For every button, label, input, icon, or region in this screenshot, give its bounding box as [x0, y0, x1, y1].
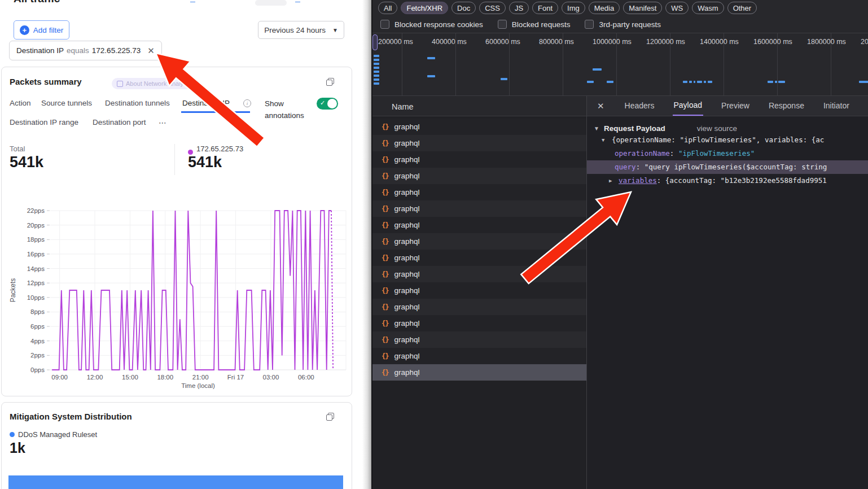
tab-destination-ip-range[interactable]: Destination IP range [10, 118, 78, 126]
request-row-graphql[interactable]: {}graphql [372, 200, 586, 217]
legend-dot [10, 432, 15, 437]
svg-text:Time (local): Time (local) [181, 382, 215, 389]
view-source-link[interactable]: view source [697, 124, 737, 133]
checkbox-label: 3rd-party requests [599, 20, 661, 29]
request-row-graphql[interactable]: {}graphql [372, 119, 586, 135]
tab-destination-tunnels[interactable]: Destination tunnels [105, 99, 170, 107]
request-row-graphql[interactable]: {}graphql [372, 184, 586, 200]
timeline-tick-label: 1400000 ms [700, 38, 739, 46]
filter-pill-other[interactable]: Other [727, 2, 757, 14]
request-row-graphql[interactable]: {}graphql [372, 233, 586, 250]
time-range-dropdown[interactable]: Previous 24 hours ▼ [258, 21, 344, 39]
request-name: graphql [394, 123, 419, 131]
timeline-request-mark [683, 81, 687, 83]
stat-ip-value: 541k [188, 154, 222, 171]
detail-tab-headers[interactable]: Headers [624, 97, 656, 115]
checkbox-box[interactable] [498, 20, 507, 29]
filter-pill-img[interactable]: Img [562, 2, 585, 14]
checkbox-blocked-response-cookies[interactable]: Blocked response cookies [380, 20, 483, 29]
request-row-graphql[interactable]: {}graphql [372, 299, 586, 315]
info-icon: i [243, 99, 251, 107]
svg-text:21:00: 21:00 [192, 374, 209, 381]
filter-pill-ws[interactable]: WS [665, 2, 689, 14]
request-row-graphql[interactable]: {}graphql [372, 168, 586, 184]
tab-source-tunnels[interactable]: Source tunnels [41, 99, 92, 107]
payload-tree-row[interactable]: operationName: "ipFlowTimeseries" [587, 147, 868, 160]
payload-tree-row[interactable]: ▶variables: {accountTag: "b12e3b2192ee55… [587, 174, 868, 187]
checkbox-blocked-requests[interactable]: Blocked requests [498, 20, 571, 29]
request-payload-section-header[interactable]: ▼ Request Payload view source [594, 124, 737, 133]
mitigation-value: 1k [10, 440, 25, 456]
filter-pill-fetch-xhr[interactable]: Fetch/XHR [401, 2, 448, 14]
timeline-request-mark [607, 81, 613, 83]
request-row-graphql[interactable]: {}graphql [372, 282, 586, 299]
page-scrollbar[interactable] [362, 0, 371, 489]
about-network-analytics-badge[interactable]: About Network Analytics [112, 78, 198, 89]
collapsed-caret-icon[interactable]: ▶ [609, 174, 612, 187]
tab-more[interactable]: ⋯ [159, 118, 166, 127]
mitigation-distribution-card: Mitigation System Distribution DDoS Mana… [1, 402, 352, 489]
time-range-label: Previous 24 hours [264, 26, 326, 34]
add-filter-button[interactable]: + Add filter [14, 20, 69, 40]
json-braces-icon: {} [382, 139, 388, 147]
tab-destination-ip[interactable]: Destination IP [182, 99, 230, 107]
filter-pill-media[interactable]: Media [589, 2, 620, 14]
name-column-label: Name [392, 102, 414, 111]
card-title: Packets summary [10, 77, 82, 86]
tab-destination-port[interactable]: Destination port [93, 118, 146, 126]
timeline-request-mark [689, 81, 692, 83]
expand-card-icon[interactable] [328, 413, 334, 419]
json-braces-icon: {} [382, 320, 388, 328]
expanded-caret-icon[interactable]: ▼ [602, 133, 604, 147]
checkbox-box[interactable] [585, 20, 594, 29]
name-column-header[interactable]: Name [372, 96, 586, 116]
request-row-graphql[interactable]: {}graphql [372, 348, 586, 364]
filter-pill-font[interactable]: Font [532, 2, 558, 14]
filter-pill-manifest[interactable]: Manifest [623, 2, 662, 14]
timeline-tick-label: 200000 ms [378, 38, 413, 46]
filter-chip[interactable]: Destination IP equals 172.65.225.73 ✕ [9, 41, 162, 60]
detail-tab-preview[interactable]: Preview [720, 97, 751, 115]
filter-pill-all[interactable]: All [378, 2, 397, 14]
timeline-request-mark [374, 63, 379, 65]
request-row-graphql[interactable]: {}graphql [372, 315, 586, 331]
remove-filter-icon[interactable]: ✕ [147, 46, 155, 56]
detail-tab-initiator[interactable]: Initiator [822, 97, 851, 115]
close-icon[interactable]: ✕ [597, 101, 604, 111]
filter-pill-wasm[interactable]: Wasm [692, 2, 724, 14]
svg-text:12:00: 12:00 [87, 374, 103, 381]
chevron-down-icon: ▼ [332, 27, 338, 33]
checkbox-box[interactable] [380, 20, 389, 29]
request-row-graphql[interactable]: {}graphql [372, 151, 586, 168]
svg-text:2pps: 2pps [30, 352, 45, 359]
request-row-graphql[interactable]: {}graphql [372, 250, 586, 266]
packets-timeseries-chart: 0pps2pps4pps6pps8pps10pps12pps14pps16pps… [5, 203, 350, 390]
timeline-request-mark [427, 57, 435, 59]
payload-tree-row[interactable]: query: "query ipFlowTimeseries($accountT… [587, 160, 868, 174]
timeline-request-mark [374, 75, 379, 77]
cutoff-icon-artifact [190, 1, 195, 3]
filter-pill-doc[interactable]: Doc [451, 2, 476, 14]
show-annotations-toggle[interactable]: ✓ [317, 98, 338, 110]
tab-action[interactable]: Action [10, 99, 31, 107]
checkbox-label: Blocked requests [512, 20, 571, 29]
request-name: graphql [394, 155, 419, 164]
detail-tab-response[interactable]: Response [768, 97, 805, 115]
request-row-graphql[interactable]: {}graphql [372, 217, 586, 233]
network-overview-timeline[interactable]: 200000 ms400000 ms600000 ms800000 ms1000… [372, 33, 868, 96]
filter-pill-css[interactable]: CSS [479, 2, 506, 14]
detail-tab-payload[interactable]: Payload [673, 96, 704, 116]
stat-divider [174, 144, 175, 175]
filter-pill-js[interactable]: JS [509, 2, 529, 14]
request-row-graphql[interactable]: {}graphql [372, 135, 586, 151]
timeline-request-mark [587, 81, 594, 83]
timeline-range-handle[interactable] [372, 34, 378, 50]
request-row-graphql[interactable]: {}graphql [372, 266, 586, 282]
timeline-tick-label: 600000 ms [485, 38, 520, 46]
request-row-graphql[interactable]: {}graphql [372, 364, 586, 381]
request-row-graphql[interactable]: {}graphql [372, 331, 586, 348]
payload-tree-row[interactable]: ▼{operationName: "ipFlowTimeseries", var… [587, 133, 868, 147]
expand-card-icon[interactable] [328, 78, 334, 84]
checkbox-3rd-party-requests[interactable]: 3rd-party requests [585, 20, 661, 29]
request-name: graphql [394, 188, 419, 197]
